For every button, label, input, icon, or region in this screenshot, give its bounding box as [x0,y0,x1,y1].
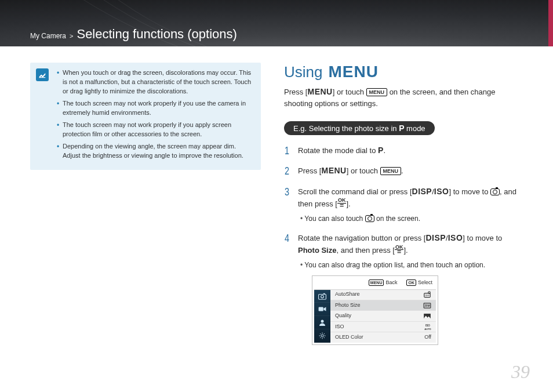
text: ] to move to [463,234,502,242]
text: mode [404,124,425,133]
text: . [383,146,385,155]
lcd-row-value: Off [424,333,431,342]
lcd-menu-list: AutoShare OFF Photo Size 20M Quality [330,290,436,343]
text: You can also touch [304,215,365,223]
svg-text:OFF: OFF [425,295,430,297]
step-number: 3 [285,184,289,201]
lcd-preview: MENUBack OKSelect AutoShare [312,275,438,345]
lcd-row-photosize: Photo Size 20M [330,300,436,311]
rail-video-icon [314,303,330,316]
text: Scroll the command dial or press [ [298,187,412,196]
text: Press [ [284,88,307,96]
section-intro: Press [MENU] or touch MENU on the screen… [284,86,523,110]
menu-symbol: MENU [307,87,332,96]
step-number: 1 [285,143,289,159]
ok-button-symbol: OK☰ [395,245,404,254]
rail-camera-icon [314,290,330,303]
page-number: 39 [511,361,530,383]
step: 2 Press [MENU] or touch MENU. [284,165,523,177]
text: Press [ [298,166,321,175]
note-item: The touch screen may not work properly i… [57,121,253,139]
step: 3 Scroll the command dial or press [DISP… [284,186,523,224]
step-number: 4 [285,231,289,247]
svg-point-5 [321,335,323,337]
step: 1 Rotate the mode dial to P. [284,144,523,157]
text: ] or touch [347,166,380,175]
disp-symbol: DISP [412,187,432,196]
menu-key-icon: MENU [369,280,384,286]
step-number: 2 [285,164,289,180]
text: on the screen. [374,215,420,223]
breadcrumb-parent: My Camera [30,32,66,40]
lcd-top-bar: MENUBack OKSelect [314,278,436,289]
heading-prefix: Using [284,63,322,81]
step-target: Photo Size [298,246,336,255]
lcd-body: AutoShare OFF Photo Size 20M Quality [314,289,436,343]
autoshare-value-icon: OFF [423,291,431,298]
disp-symbol: DISP [425,233,446,242]
lcd-row-label: Photo Size [335,302,361,310]
page-body: When you touch or drag the screen, disco… [0,46,553,353]
rail-user-icon [314,316,330,329]
heading-menu-word: MENU [328,63,378,81]
camera-icon [490,188,500,195]
lcd-rail [314,290,330,343]
text: E.g. Selecting the photo size in [293,124,399,133]
photosize-value-icon: 20M [423,302,431,309]
svg-text:20M: 20M [424,304,430,307]
iso-value-icon: ISOAUTO [423,324,431,331]
note-item: Depending on the viewing angle, the scre… [57,142,253,161]
svg-point-15 [428,292,431,294]
text: , and then press [ [336,246,394,255]
svg-rect-3 [319,307,323,311]
page-header: My Camera > Selecting functions (options… [0,0,553,46]
steps-list: 1 Rotate the mode dial to P. 2 Press [ME… [284,144,523,345]
lcd-row-iso: ISO ISOAUTO [330,322,436,332]
svg-line-10 [320,333,321,335]
lcd-row-label: ISO [335,323,344,331]
text: . [401,166,403,175]
text: Rotate the navigation button or press [ [298,234,425,242]
text: Rotate the mode dial to [298,146,378,155]
svg-point-1 [321,295,324,298]
rail-gear-icon [314,329,330,343]
svg-point-4 [321,320,324,323]
iso-symbol: ISO [434,187,449,196]
svg-rect-2 [323,293,325,294]
lcd-row-quality: Quality [330,311,436,321]
text: ] or touch [333,88,366,96]
note-icon [36,68,49,81]
quality-value-icon [423,313,431,320]
svg-text:AUTO: AUTO [424,327,431,330]
lcd-row-label: AutoShare [335,291,360,299]
text: ] to move to [449,187,490,196]
lcd-row-label: Quality [335,312,351,320]
note-item: When you touch or drag the screen, disco… [57,68,253,96]
note-item: The touch screen may not work properly i… [57,99,253,118]
menu-button-icon: MENU [366,88,388,96]
breadcrumb-separator: > [70,32,73,39]
note-box: When you touch or drag the screen, disco… [30,63,261,170]
left-column: When you touch or drag the screen, disco… [30,63,261,353]
ok-button-symbol: OK☰ [337,198,347,207]
ok-key-icon: OK [406,280,416,286]
mode-p-symbol: P [378,146,383,155]
svg-line-13 [320,337,321,338]
right-column: Using MENU Press [MENU] or touch MENU on… [284,63,523,353]
lcd-row-autoshare: AutoShare OFF [330,290,436,300]
example-pill: E.g. Selecting the photo size in P mode [284,121,435,135]
step: 4 Rotate the navigation button or press … [284,232,523,344]
breadcrumb: My Camera > Selecting functions (options… [30,27,237,42]
iso-symbol: ISO [448,233,463,242]
svg-line-12 [324,333,325,335]
step-sub: You can also touch on the screen. [298,213,523,224]
lcd-row-label: OLED Color [335,333,363,342]
lcd-row-oledcolor: OLED Color Off [330,332,436,342]
menu-button-icon: MENU [380,167,402,175]
svg-line-11 [324,337,325,338]
section-heading: Using MENU [284,63,523,81]
lcd-back-label: Back [385,279,397,287]
breadcrumb-title: Selecting functions (options) [77,27,237,42]
svg-text:ISO: ISO [425,324,430,327]
camera-icon [365,215,374,222]
